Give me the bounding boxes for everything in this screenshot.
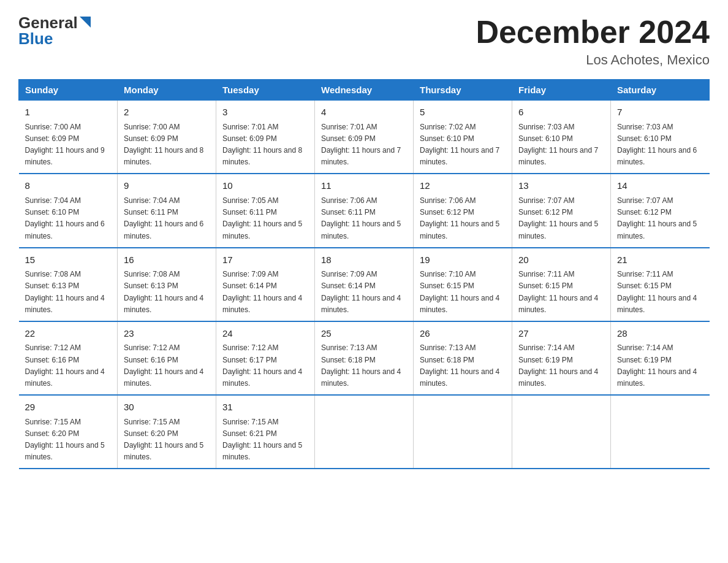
day-number: 11	[321, 179, 407, 193]
day-number: 4	[321, 105, 407, 120]
day-number: 30	[124, 400, 210, 415]
calendar-subtitle: Los Achotes, Mexico	[476, 52, 710, 68]
day-info: Sunrise: 7:07 AMSunset: 6:12 PMDaylight:…	[518, 196, 598, 240]
table-row: 25Sunrise: 7:13 AMSunset: 6:18 PMDayligh…	[315, 321, 414, 395]
table-row: 10Sunrise: 7:05 AMSunset: 6:11 PMDayligh…	[216, 174, 315, 247]
day-info: Sunrise: 7:09 AMSunset: 6:14 PMDaylight:…	[222, 270, 302, 314]
day-number: 21	[617, 253, 703, 267]
col-thursday: Thursday	[414, 80, 512, 101]
day-number: 20	[518, 253, 604, 267]
table-row	[414, 395, 512, 469]
day-info: Sunrise: 7:15 AMSunset: 6:20 PMDaylight:…	[25, 418, 105, 462]
day-info: Sunrise: 7:04 AMSunset: 6:11 PMDaylight:…	[124, 196, 203, 240]
day-info: Sunrise: 7:07 AMSunset: 6:12 PMDaylight:…	[617, 196, 697, 240]
table-row: 19Sunrise: 7:10 AMSunset: 6:15 PMDayligh…	[414, 248, 512, 321]
day-info: Sunrise: 7:00 AMSunset: 6:09 PMDaylight:…	[124, 123, 203, 167]
day-info: Sunrise: 7:12 AMSunset: 6:16 PMDaylight:…	[124, 343, 203, 388]
table-row: 31Sunrise: 7:15 AMSunset: 6:21 PMDayligh…	[216, 395, 315, 469]
col-monday: Monday	[118, 80, 216, 101]
day-info: Sunrise: 7:13 AMSunset: 6:18 PMDaylight:…	[321, 343, 401, 388]
table-row: 1Sunrise: 7:00 AMSunset: 6:09 PMDaylight…	[19, 101, 118, 174]
table-row: 14Sunrise: 7:07 AMSunset: 6:12 PMDayligh…	[611, 174, 710, 247]
day-number: 7	[617, 105, 703, 120]
logo-arrow-icon	[80, 17, 91, 30]
table-row: 24Sunrise: 7:12 AMSunset: 6:17 PMDayligh…	[216, 321, 315, 395]
day-info: Sunrise: 7:15 AMSunset: 6:21 PMDaylight:…	[222, 418, 302, 462]
logo: General Blue	[18, 15, 91, 47]
day-info: Sunrise: 7:13 AMSunset: 6:18 PMDaylight:…	[420, 343, 499, 388]
day-number: 10	[222, 179, 308, 193]
day-info: Sunrise: 7:15 AMSunset: 6:20 PMDaylight:…	[124, 418, 203, 462]
day-number: 16	[124, 253, 210, 267]
day-info: Sunrise: 7:14 AMSunset: 6:19 PMDaylight:…	[518, 343, 598, 388]
table-row: 12Sunrise: 7:06 AMSunset: 6:12 PMDayligh…	[414, 174, 512, 247]
day-number: 2	[124, 105, 210, 120]
table-row: 8Sunrise: 7:04 AMSunset: 6:10 PMDaylight…	[19, 174, 118, 247]
page-header: General Blue December 2024 Los Achotes, …	[18, 15, 710, 68]
table-row: 17Sunrise: 7:09 AMSunset: 6:14 PMDayligh…	[216, 248, 315, 321]
day-number: 24	[222, 327, 308, 341]
day-number: 27	[518, 327, 604, 341]
day-info: Sunrise: 7:11 AMSunset: 6:15 PMDaylight:…	[518, 270, 598, 314]
table-row: 30Sunrise: 7:15 AMSunset: 6:20 PMDayligh…	[118, 395, 216, 469]
day-info: Sunrise: 7:01 AMSunset: 6:09 PMDaylight:…	[321, 123, 401, 167]
day-info: Sunrise: 7:05 AMSunset: 6:11 PMDaylight:…	[222, 196, 302, 240]
day-number: 1	[25, 105, 112, 120]
calendar-body: 1Sunrise: 7:00 AMSunset: 6:09 PMDaylight…	[19, 101, 710, 469]
table-row: 3Sunrise: 7:01 AMSunset: 6:09 PMDaylight…	[216, 101, 315, 174]
calendar-table: Sunday Monday Tuesday Wednesday Thursday…	[18, 79, 710, 469]
day-info: Sunrise: 7:11 AMSunset: 6:15 PMDaylight:…	[617, 270, 697, 314]
day-number: 14	[617, 179, 703, 193]
svg-marker-0	[80, 17, 91, 28]
table-row: 2Sunrise: 7:00 AMSunset: 6:09 PMDaylight…	[118, 101, 216, 174]
table-row: 6Sunrise: 7:03 AMSunset: 6:10 PMDaylight…	[512, 101, 611, 174]
day-number: 15	[25, 253, 112, 267]
day-number: 23	[124, 327, 210, 341]
day-number: 31	[222, 400, 308, 415]
day-number: 26	[420, 327, 506, 341]
day-number: 28	[617, 327, 703, 341]
day-number: 9	[124, 179, 210, 193]
day-info: Sunrise: 7:04 AMSunset: 6:10 PMDaylight:…	[25, 196, 105, 240]
table-row: 28Sunrise: 7:14 AMSunset: 6:19 PMDayligh…	[611, 321, 710, 395]
day-info: Sunrise: 7:01 AMSunset: 6:09 PMDaylight:…	[222, 123, 302, 167]
table-row: 5Sunrise: 7:02 AMSunset: 6:10 PMDaylight…	[414, 101, 512, 174]
day-info: Sunrise: 7:12 AMSunset: 6:16 PMDaylight:…	[25, 343, 105, 388]
table-row	[512, 395, 611, 469]
table-row: 26Sunrise: 7:13 AMSunset: 6:18 PMDayligh…	[414, 321, 512, 395]
day-info: Sunrise: 7:10 AMSunset: 6:15 PMDaylight:…	[420, 270, 499, 314]
table-row: 15Sunrise: 7:08 AMSunset: 6:13 PMDayligh…	[19, 248, 118, 321]
day-number: 3	[222, 105, 308, 120]
table-row: 20Sunrise: 7:11 AMSunset: 6:15 PMDayligh…	[512, 248, 611, 321]
day-number: 5	[420, 105, 506, 120]
calendar-title: December 2024	[476, 15, 710, 50]
table-row: 29Sunrise: 7:15 AMSunset: 6:20 PMDayligh…	[19, 395, 118, 469]
day-info: Sunrise: 7:09 AMSunset: 6:14 PMDaylight:…	[321, 270, 401, 314]
logo-blue-text: Blue	[18, 31, 91, 47]
day-info: Sunrise: 7:12 AMSunset: 6:17 PMDaylight:…	[222, 343, 302, 388]
table-row: 7Sunrise: 7:03 AMSunset: 6:10 PMDaylight…	[611, 101, 710, 174]
day-number: 13	[518, 179, 604, 193]
col-saturday: Saturday	[611, 80, 710, 101]
day-number: 19	[420, 253, 506, 267]
calendar-header: Sunday Monday Tuesday Wednesday Thursday…	[19, 80, 710, 101]
day-info: Sunrise: 7:03 AMSunset: 6:10 PMDaylight:…	[518, 123, 598, 167]
day-info: Sunrise: 7:06 AMSunset: 6:11 PMDaylight:…	[321, 196, 401, 240]
title-block: December 2024 Los Achotes, Mexico	[476, 15, 710, 68]
table-row: 18Sunrise: 7:09 AMSunset: 6:14 PMDayligh…	[315, 248, 414, 321]
col-wednesday: Wednesday	[315, 80, 414, 101]
day-number: 18	[321, 253, 407, 267]
table-row: 9Sunrise: 7:04 AMSunset: 6:11 PMDaylight…	[118, 174, 216, 247]
table-row	[611, 395, 710, 469]
logo-general-text: General	[18, 15, 78, 31]
col-sunday: Sunday	[19, 80, 118, 101]
table-row	[315, 395, 414, 469]
day-number: 17	[222, 253, 308, 267]
day-info: Sunrise: 7:08 AMSunset: 6:13 PMDaylight:…	[124, 270, 203, 314]
day-info: Sunrise: 7:02 AMSunset: 6:10 PMDaylight:…	[420, 123, 499, 167]
table-row: 23Sunrise: 7:12 AMSunset: 6:16 PMDayligh…	[118, 321, 216, 395]
table-row: 4Sunrise: 7:01 AMSunset: 6:09 PMDaylight…	[315, 101, 414, 174]
day-number: 22	[25, 327, 112, 341]
col-friday: Friday	[512, 80, 611, 101]
day-number: 25	[321, 327, 407, 341]
